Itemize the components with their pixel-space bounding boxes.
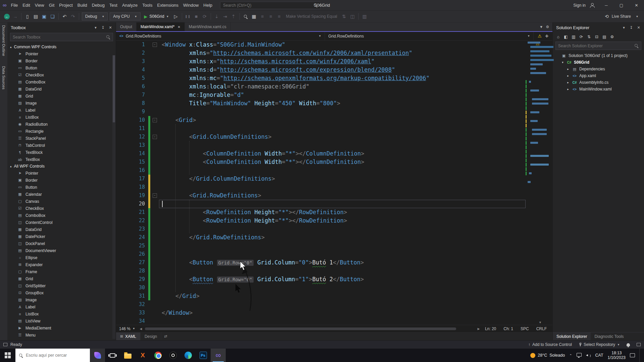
toolbox-item-textblock[interactable]: ¶TextBlock	[7, 149, 116, 156]
toolbox-item-pointer[interactable]: ➤Pointer	[7, 170, 116, 177]
weather-widget[interactable]: 28°C Soleado	[530, 353, 565, 358]
spacing-options-button[interactable]: ⇅	[340, 12, 348, 21]
scroll-down-arrow-icon[interactable]: ▼	[539, 321, 542, 324]
tree-item-s06grid[interactable]: ▾C#S06Grid	[553, 59, 644, 66]
code-line[interactable]: 10− <Grid>	[116, 116, 526, 124]
menu-project[interactable]: Project	[57, 0, 75, 10]
fold-collapse-icon[interactable]: −	[153, 193, 157, 198]
code-line[interactable]: 27 <Button Grid.Row="0" Grid.Column="0">…	[116, 258, 526, 267]
tab-diagnostic-tools[interactable]: Diagnostic Tools	[591, 333, 627, 340]
code-line[interactable]: 5 xmlns:mc="http://schemas.openxmlformat…	[116, 74, 526, 82]
undo-button[interactable]: ↶	[60, 12, 69, 21]
save-button[interactable]: ▣	[40, 12, 48, 21]
chevron-icon[interactable]: ▸	[566, 67, 570, 71]
make-vertical-spacing-equal-button[interactable]: Make Vertical Spacing Equal	[286, 14, 337, 19]
toolbox-item-checkbox[interactable]: ☑CheckBox	[7, 205, 116, 212]
align-rights-button[interactable]: ≡	[275, 12, 283, 21]
platform-dropdown[interactable]: Any CPU▼	[110, 12, 140, 20]
restart-button[interactable]: ⟳	[201, 12, 209, 21]
chevron-icon[interactable]: ▸	[566, 87, 570, 91]
menu-view[interactable]: View	[33, 0, 47, 10]
spaces-indicator[interactable]: SPC	[517, 326, 533, 331]
language-indicator[interactable]: CAT	[595, 353, 603, 358]
toolbox-item-label[interactable]: ALabel	[7, 303, 116, 310]
toolbox-item-datagrid[interactable]: ▦DataGrid	[7, 85, 116, 93]
tree-item-assemblyinfo-cs[interactable]: ▸C#AssemblyInfo.cs	[553, 79, 644, 86]
toolbox-item-listbox[interactable]: ≡ListBox	[7, 310, 116, 317]
toolbox-item-radiobutton[interactable]: ◉RadioButton	[7, 121, 116, 128]
photoshop-button[interactable]: Ps	[196, 349, 211, 362]
tree-item-app-xaml[interactable]: ▸<>App.xaml	[553, 72, 644, 79]
menu-git[interactable]: Git	[47, 0, 57, 10]
toolbox-item-grid[interactable]: ▦Grid	[7, 275, 116, 282]
code-line[interactable]: 8 Title="MainWindow" Height="450" Width=…	[116, 99, 526, 108]
minimap[interactable]: ⚠	[526, 41, 552, 325]
toolbox-item-image[interactable]: ▨Image	[7, 296, 116, 303]
code-line[interactable]: 23	[116, 225, 526, 233]
toolbox-item-border[interactable]: ▣Border	[7, 57, 116, 64]
tab-mainwindow-xaml-cs[interactable]: MainWindow.xaml.cs	[185, 22, 231, 31]
properties-icon[interactable]: ⚙	[608, 33, 616, 41]
code-line[interactable]: 32	[116, 300, 526, 309]
step-into-button[interactable]: ⇣	[213, 12, 221, 21]
edge-tab-data-sources[interactable]: Data Sources	[2, 66, 6, 89]
code-editor[interactable]: 1−<Window x:Class="S06Grid.MainWindow"2 …	[116, 41, 526, 325]
fold-collapse-icon[interactable]: −	[153, 135, 157, 139]
code-line[interactable]: 9	[116, 108, 526, 116]
taskbar-search[interactable]	[15, 349, 90, 362]
toolbox-item-pointer[interactable]: ➤Pointer	[7, 50, 116, 57]
code-line[interactable]: 2 xmlns="http://schemas.microsoft.com/wi…	[116, 49, 526, 57]
code-line[interactable]: 4 xmlns:d="http://schemas.microsoft.com/…	[116, 66, 526, 74]
solution-search[interactable]	[555, 42, 641, 50]
tab-output[interactable]: Output	[116, 22, 137, 31]
minimize-button[interactable]: ─	[599, 0, 614, 10]
fold-collapse-icon[interactable]: −	[153, 118, 157, 122]
toolbox-scrollbar[interactable]	[112, 55, 115, 339]
edge-tab-document-outline[interactable]: Document Outline	[2, 25, 6, 56]
scroll-left-arrow-icon[interactable]: ◀	[138, 327, 144, 330]
tab-solution-explorer[interactable]: Solution Explorer	[553, 333, 591, 340]
tree-item-dependencies[interactable]: ▸▤Dependencies	[553, 66, 644, 72]
add-to-source-control-button[interactable]: ↑ Add to Source Control	[528, 342, 572, 347]
toolbox-item-menu[interactable]: ☰Menu	[7, 331, 116, 339]
code-line[interactable]: 24 </Grid.RowDefinitions>	[116, 233, 526, 242]
toolbox-item-grid[interactable]: ▦Grid	[7, 93, 116, 100]
dark-circle-app-button[interactable]	[165, 349, 180, 362]
collapse-all-icon[interactable]: ⊟	[593, 33, 600, 41]
code-line[interactable]: 25	[116, 242, 526, 250]
menu-help[interactable]: Help	[201, 0, 215, 10]
pause-button[interactable]: ❚❚	[184, 12, 192, 21]
scrollbar-thumb[interactable]	[145, 327, 456, 330]
code-line[interactable]: 15 <ColumnDefinition Width="*"></ColumnD…	[116, 158, 526, 166]
toolbox-item-passwordbox[interactable]: ✱PasswordBox	[7, 339, 116, 340]
select-repository-button[interactable]: Select Repository ▼	[579, 342, 620, 347]
tree-item-solution-s06grid-1-of-1-project[interactable]: ▣Solution 'S06Grid' (1 of 1 project)	[553, 52, 644, 59]
start-debugging-button[interactable]: ▶ S06Grid ▼	[142, 12, 172, 21]
network-icon[interactable]	[577, 353, 582, 357]
gear-icon[interactable]: ⚙	[546, 25, 549, 29]
volume-icon[interactable]	[586, 353, 591, 358]
toolbox-item-datagrid[interactable]: ▦DataGrid	[7, 226, 116, 233]
configuration-dropdown[interactable]: Debug▼	[82, 12, 108, 20]
hidden-icons-chevron-icon[interactable]: ⌃	[569, 354, 572, 357]
chevron-icon[interactable]: ▸	[566, 81, 570, 84]
home-icon[interactable]: ⌂	[554, 33, 562, 41]
code-line[interactable]: 19− <Grid.RowDefinitions>	[116, 191, 526, 200]
solution-search-input[interactable]	[558, 44, 632, 48]
toolbox-item-button[interactable]: ▭Button	[7, 64, 116, 71]
menu-file[interactable]: File	[8, 0, 20, 10]
tab-xaml[interactable]: ⊞XAML	[116, 333, 141, 340]
menu-test[interactable]: Test	[107, 0, 120, 10]
close-icon[interactable]: ✕	[107, 24, 114, 31]
quick-launch-input[interactable]	[223, 3, 311, 8]
feedback-button[interactable]	[637, 343, 641, 346]
code-line[interactable]: 22 <RowDefinition Height="*"></RowDefini…	[116, 217, 526, 225]
code-line[interactable]: 16	[116, 166, 526, 175]
file-explorer-button[interactable]	[120, 349, 135, 362]
split-window-icon[interactable]: ✚	[545, 34, 548, 39]
navigate-back-button[interactable]: ←	[3, 12, 11, 21]
toolbox-item-canvas[interactable]: ▢Canvas	[7, 198, 116, 205]
code-line[interactable]: 11	[116, 124, 526, 133]
chevron-icon[interactable]: ▸	[566, 74, 570, 77]
code-line[interactable]: 26	[116, 250, 526, 258]
